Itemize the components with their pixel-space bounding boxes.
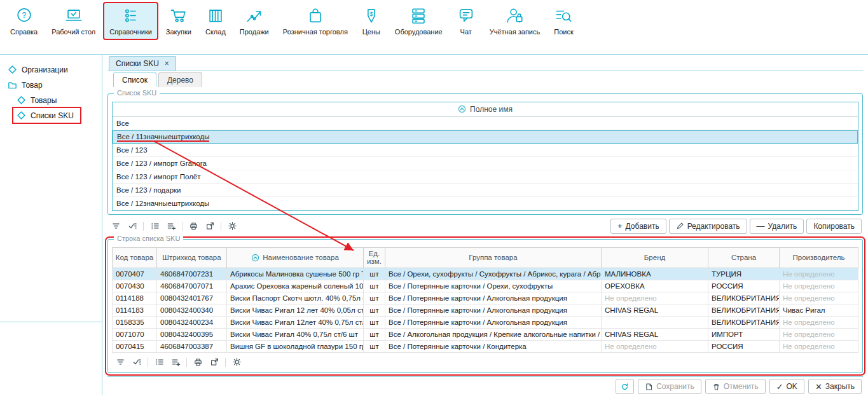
sku-list-item[interactable]: Все / 123 / импорт Granora [113,157,858,170]
cell-code: 0070407 [113,268,157,280]
main-toolbar: Справка Рабочий стол Справочники Закупки… [0,0,868,55]
toolbar-item-prices[interactable]: Цены [357,3,386,39]
close-button[interactable]: ✕Закрыть [808,379,862,394]
print-button[interactable] [191,356,205,369]
sidebar-item-organizations[interactable]: Организации [5,63,74,76]
folder-icon [8,80,17,90]
export-icon [205,221,215,231]
export-button[interactable] [203,220,217,233]
table-row[interactable]: 0070430 4606847007071 Арахис Ореховка жа… [113,280,858,292]
table-row[interactable]: 0070407 4606847007231 Абрикосы Малиновка… [113,268,858,280]
footer-bar: Сохранить Отменить ✓OK ✕Закрыть [107,376,863,395]
toolbar-item-chat[interactable]: Чат [451,3,481,39]
numbering-button[interactable] [152,356,166,369]
column-header-name[interactable]: Наименование товара [227,247,364,268]
toolbar-item-account[interactable]: Учётная запись [485,3,546,39]
add-button[interactable]: +Добавить [610,219,666,234]
sidebar-item-label: Организации [22,65,68,74]
subtab-list[interactable]: Список [113,72,156,87]
export-button[interactable] [207,356,221,369]
column-header-unit[interactable]: Ед. изм. [364,247,385,268]
pencil-icon [676,222,684,230]
sku-list-grid: Полное имя Все Все / 11значныештрихкоды … [112,102,858,211]
sales-chart-icon [245,6,264,25]
toolbar-item-purchases[interactable]: Закупки [161,3,196,39]
grid-settings-button[interactable] [225,220,239,233]
save-button[interactable]: Сохранить [638,379,701,394]
subtab-tree[interactable]: Дерево [158,72,202,87]
cell-brand: Не определено [602,292,708,304]
toolbar-item-sales[interactable]: Продажи [235,3,274,39]
sidebar-item-products[interactable]: Товары [14,93,62,107]
add-column-button[interactable] [169,356,183,369]
cell-manufacturer: Не определено [780,328,858,340]
numbering-button[interactable] [148,220,162,233]
grid-settings-button[interactable] [230,356,244,369]
table-row[interactable]: 0114188 0080432401767 Виски Паспорт Скот… [113,292,858,304]
add-column-button[interactable] [164,220,178,233]
cancel-button[interactable]: Отменить [705,379,766,394]
toolbar-item-warehouse[interactable]: Склад [200,3,231,39]
filter-button[interactable] [109,220,123,233]
sku-list-item[interactable]: Все / 123 / импорт Полёт [113,170,858,184]
cell-unit: шт [364,268,385,280]
filter-condition-button[interactable] [125,220,139,233]
toolbar-separator [225,358,226,367]
refresh-button[interactable] [616,379,634,394]
tab-close-icon[interactable]: × [165,60,169,67]
sku-list-item[interactable]: Все / 11значныештрихкоды [113,130,858,144]
table-row[interactable]: 0114183 0080432400340 Виски Чивас Ригал … [113,304,858,316]
tab-sku-lists[interactable]: Списки SKU × [109,56,176,71]
window-body: Организации Товар Товары Списки SKU Спис… [0,55,868,395]
cell-brand: Не определено [602,340,708,352]
table-row[interactable]: 0158335 0080432400234 Виски Чивас Ригал … [113,316,858,328]
cell-group: Все / Потерянные карточки / Алкогольная … [385,292,602,304]
column-header-brand[interactable]: Бренд [602,247,708,268]
sort-ascending-icon [251,254,259,262]
toolbar-item-equipment[interactable]: Оборудование [390,3,448,39]
cell-country: РОССИЯ [708,280,780,292]
toolbar-item-label: Оборудование [395,28,443,36]
cart-icon [169,6,188,25]
column-header-code[interactable]: Код товара [113,247,157,268]
table-row[interactable]: 0070415 4606847003387 Вишня GF в шоколад… [113,340,858,352]
toolbar-item-retail[interactable]: Розничная торговля [278,3,353,39]
toolbar-item-help[interactable]: Справка [5,3,43,39]
sidebar-item-sku-lists[interactable]: Списки SKU [14,109,79,122]
sku-row-panel: Строка списка SKU Код товара Штрихкод то… [107,239,863,373]
cell-name: Виски Чивас Ригал 40% 0,75л ст/6 шт [227,328,364,340]
sidebar-item-product[interactable]: Товар [5,78,48,92]
print-button[interactable] [186,220,200,233]
toolbar-item-label: Розничная торговля [283,28,348,36]
column-header-group[interactable]: Группа товара [385,247,602,268]
toolbar-item-directories[interactable]: Справочники [104,3,157,39]
table-row[interactable]: 0071070 0080432400395 Виски Чивас Ригал … [113,328,858,340]
edit-button[interactable]: Редактировать [669,219,747,234]
sidebar-item-label: Списки SKU [31,111,74,120]
toolbar-separator [148,358,148,367]
column-header-label: Наименование товара [263,254,339,261]
sku-list-item[interactable]: Все [113,117,858,130]
full-name-column-header[interactable]: Полное имя [113,102,858,117]
sku-list-item[interactable]: Все / 123 / подарки [113,184,858,197]
filter-button[interactable] [113,356,127,369]
column-header-barcode[interactable]: Штрихкод товара [157,247,227,268]
cell-barcode: 4606847007231 [157,268,227,280]
cell-country: ВЕЛИКОБРИТАНИЯ [708,304,780,316]
cell-barcode: 0080432401767 [157,292,227,304]
cell-brand: МАЛИНОВКА [602,268,708,280]
toolbar-item-desktop[interactable]: Рабочий стол [46,3,100,39]
toolbar-item-search[interactable]: Поиск [549,3,578,39]
delete-button[interactable]: —Удалить [750,219,804,234]
copy-button[interactable]: Копировать [806,219,862,234]
column-header-manufacturer[interactable]: Производитель [780,247,858,268]
ok-button[interactable]: ✓OK [769,379,804,394]
toolbar-item-label: Поиск [554,28,573,36]
sku-list-item[interactable]: Все / 123 [113,144,858,157]
plus-icon: + [617,222,623,230]
toolbar-item-label: Продажи [240,28,269,36]
sku-list-item[interactable]: Все / 12значныештрихкоды [113,197,858,210]
filter-condition-button[interactable] [130,356,144,369]
column-header-country[interactable]: Страна [708,247,780,268]
cell-group: Все / Потерянные карточки / Алкогольная … [385,316,602,328]
